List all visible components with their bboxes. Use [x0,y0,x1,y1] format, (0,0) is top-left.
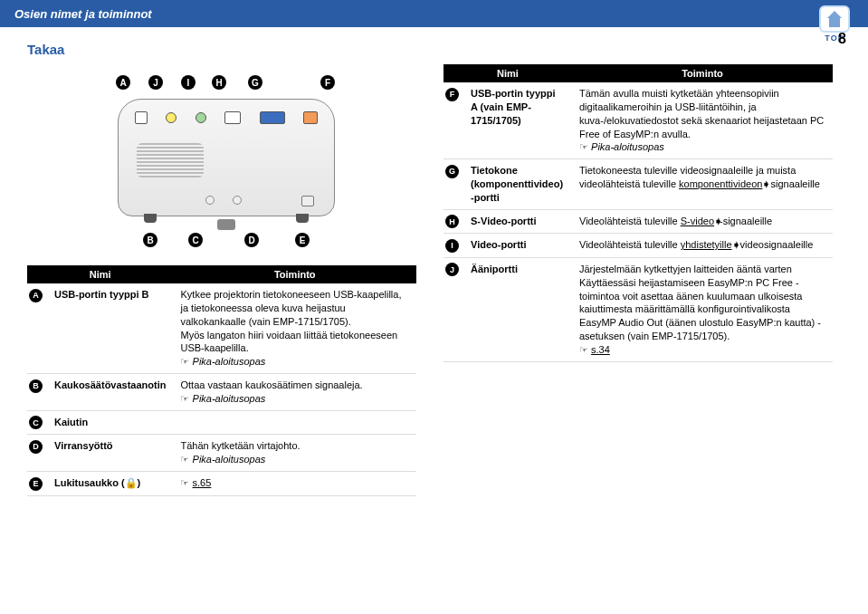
row-num: J [445,263,459,276]
row-desc [173,410,416,435]
th-name-right: Nimi [444,64,572,82]
row-desc: Videolähteistä tuleville yhdistetyille➧ … [572,234,833,258]
book-icon: ☞ [579,141,588,152]
callout-2: B [143,233,157,247]
home-icon [819,5,850,33]
row-num: D [29,440,43,454]
row-desc: ☞ s.65 [173,472,416,496]
page-link[interactable]: s.34 [591,344,610,355]
row-name: Ääniportti [463,257,572,361]
projector-rear-diagram: A J I H G F B C D E [91,72,353,253]
th-func-left: Toiminto [173,265,416,283]
glossary-link[interactable]: komponenttivideon [679,178,762,189]
callout-10: J [148,75,163,90]
page-number: 8 [838,31,846,47]
row-desc: Tämän avulla muisti kytketään yhteensopi… [572,82,833,159]
callout-1: A [116,75,130,90]
th-name-left: Nimi [27,265,173,283]
callout-5: E [295,233,310,247]
callout-3: C [188,233,203,247]
row-num: A [29,289,43,302]
row-name: Lukitusaukko (🔒) [47,472,173,496]
table-row: I Video-portti Videolähteistä tuleville … [444,234,833,258]
row-name: Kaiutin [47,410,173,435]
row-desc: Järjestelmään kytkettyjen laitteiden ään… [572,257,833,361]
book-icon: ☞ [180,356,189,367]
row-name: USB-portin tyyppi A (vain EMP-1715/1705) [463,82,572,159]
right-spec-table: Nimi Toiminto F USB-portin tyyppi A (vai… [444,64,833,362]
callout-4: D [244,233,259,247]
left-spec-table: Nimi Toiminto A USB-portin tyyppi B Kytk… [27,265,416,496]
row-name: Virransyöttö [47,435,173,472]
row-num: E [29,477,43,491]
table-row: A USB-portin tyyppi B Kytkee projektorin… [27,283,416,374]
callout-6: F [320,75,335,90]
top-button[interactable]: TOP [817,5,852,45]
table-row: E Lukitusaukko (🔒) ☞ s.65 [27,472,416,496]
table-row: G Tietokone (komponenttivideo) -portti T… [444,159,833,210]
page-link[interactable]: s.65 [193,477,212,488]
glossary-link[interactable]: S-video [681,216,714,226]
page-title: Osien nimet ja toiminnot [14,7,152,21]
row-name: Kaukosäätövastaanotin [47,374,173,411]
breadcrumb: Osien nimet ja toiminnot [0,0,868,27]
table-row: J Ääniportti Järjestelmään kytkettyjen l… [444,257,833,361]
row-num: C [29,416,43,429]
row-num: H [445,215,459,228]
row-name: USB-portin tyyppi B [47,283,173,374]
glossary-link[interactable]: yhdistetyille [681,239,732,250]
table-row: H S-Video-portti Videolähteistä tulevill… [444,209,833,234]
row-desc: Tietokoneesta tuleville videosignaaleill… [572,159,833,210]
row-num: I [445,239,459,253]
row-desc: Ottaa vastaan kaukosäätimen signaaleja. … [173,374,416,411]
row-name: S-Video-portti [463,209,572,234]
book-icon: ☞ [180,454,189,465]
row-name: Tietokone (komponenttivideo) -portti [463,159,572,210]
row-desc: Videolähteistä tuleville S-video➧-signaa… [572,209,833,234]
table-row: D Virransyöttö Tähän kytketään virtajoht… [27,435,416,472]
section-title-back: Takaa [27,42,868,57]
callout-7: G [248,75,262,90]
callout-9: I [181,75,196,90]
row-name: Video-portti [463,234,572,258]
book-icon: ☞ [579,344,588,355]
row-desc: Kytkee projektorin tietokoneeseen USB-ka… [173,283,416,374]
callout-8: H [212,75,226,90]
row-desc: Tähän kytketään virtajohto. ☞ Pika-aloit… [173,435,416,472]
th-func-right: Toiminto [572,64,833,82]
table-row: B Kaukosäätövastaanotin Ottaa vastaan ka… [27,374,416,411]
table-row: C Kaiutin [27,410,416,435]
book-icon: ☞ [180,393,189,404]
row-num: G [445,165,459,178]
row-num: F [445,88,459,101]
row-num: B [29,379,43,393]
book-icon: ☞ [180,477,189,488]
table-row: F USB-portin tyyppi A (vain EMP-1715/170… [444,82,833,159]
